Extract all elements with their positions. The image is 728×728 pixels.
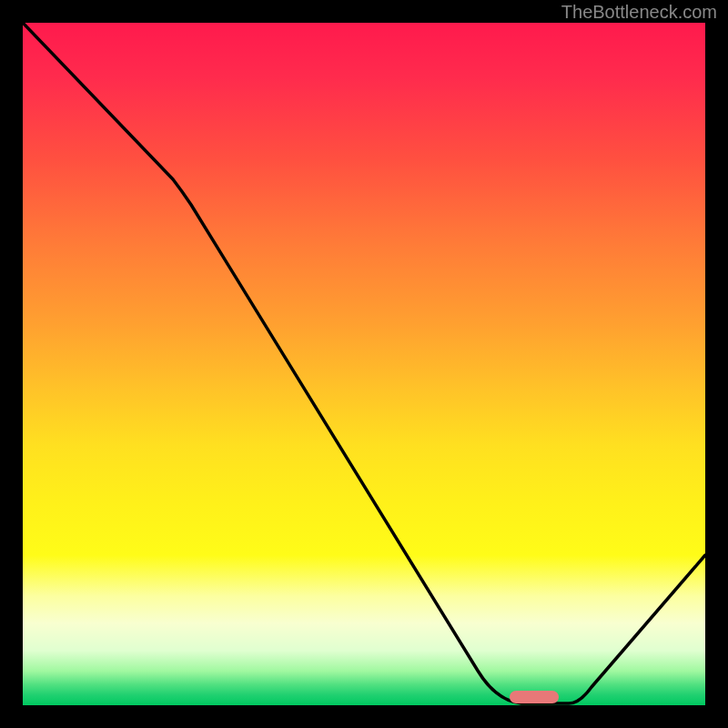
chart-plot-area — [23, 23, 705, 705]
chart-curve — [23, 23, 705, 705]
curve-path — [23, 23, 705, 703]
optimal-marker — [510, 691, 559, 703]
watermark-text: TheBottleneck.com — [561, 2, 717, 23]
